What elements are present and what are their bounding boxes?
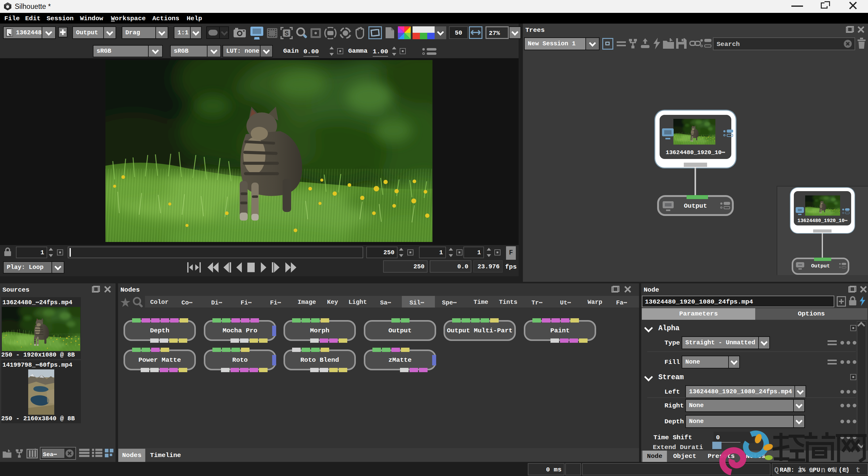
svg-text:S: S — [284, 30, 288, 38]
